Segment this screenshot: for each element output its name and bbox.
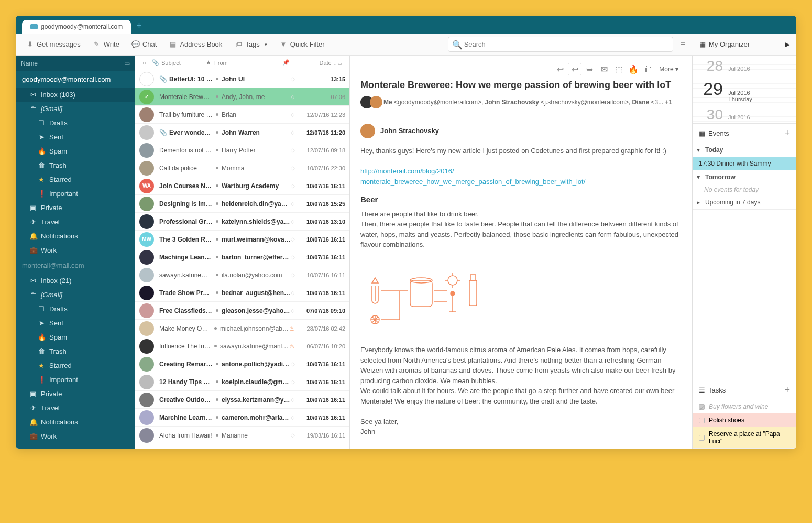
more-button[interactable]: More ▾	[656, 66, 682, 73]
message-row[interactable]: Free Classfieds Using Th...gleason.jesse…	[135, 302, 349, 320]
star-column-icon[interactable]: ○	[139, 60, 149, 66]
message-row[interactable]: Designing is importantheidenreich.din@ya…	[135, 195, 349, 213]
tasks-header[interactable]: ☰Tasks+	[693, 380, 796, 400]
sidebar-item[interactable]: 🗑Trash	[16, 158, 135, 172]
message-meta: Me <goodymoody@monterailcom>, John Strac…	[360, 96, 682, 108]
add-event-button[interactable]: +	[784, 128, 790, 139]
sidebar-item[interactable]: 🔥Spam	[16, 144, 135, 158]
search-input[interactable]	[448, 37, 673, 52]
message-row[interactable]: Creating Remarkable Po...antone.pollich@…	[135, 355, 349, 373]
message-date: 12/07/16 11:20	[297, 129, 345, 136]
sidebar-item[interactable]: ✉Inbox (21)	[16, 274, 135, 288]
message-row[interactable]: 📎Ever wondered abou...John Warren◇12/07/…	[135, 124, 349, 141]
message-row[interactable]: Make Money Online Thr...michael.johnsonn…	[135, 320, 349, 337]
message-row[interactable]: Professional Graphic De...katelynn.shiel…	[135, 213, 349, 231]
forward-button[interactable]: ➥	[583, 63, 596, 75]
message-row[interactable]: sawayn.katrine@manley...ila.nolan@yahoo.…	[135, 266, 349, 284]
pin-column-icon[interactable]: 📌	[279, 59, 293, 66]
events-today[interactable]: ▾Today	[693, 143, 796, 157]
event-item[interactable]: 17:30 Dinner with Sammy	[693, 157, 796, 170]
from-column[interactable]: From	[211, 60, 279, 66]
message-row[interactable]: Trail by furniture as...Brian◇12/07/16 1…	[135, 106, 349, 124]
sidebar-account[interactable]: monterail@mail.com	[16, 257, 135, 274]
archive-button[interactable]: ✉	[597, 63, 611, 75]
sidebar-item[interactable]: ✈Travel	[16, 401, 135, 415]
message-row[interactable]: Dementor is not that badHarry Potter◇12/…	[135, 141, 349, 159]
address-book-button[interactable]: ▤Address Book	[164, 37, 227, 51]
message-row[interactable]: Call da policeMomma◇10/07/16 22:30	[135, 159, 349, 177]
calendar-day[interactable]: 30Jul 2016	[693, 104, 796, 125]
message-row[interactable]: 12 Handy Tips For Gener...koelpin.claudi…	[135, 373, 349, 391]
events-header[interactable]: ▦Events+	[693, 124, 796, 143]
task-item[interactable]: ✓Buy flowers and wine	[693, 400, 796, 413]
sidebar-item[interactable]: 🔥Spam	[16, 330, 135, 344]
attach-column-icon[interactable]: 📎	[149, 59, 158, 66]
sidebar-item[interactable]: ❗Important	[16, 187, 135, 201]
sidebar-item[interactable]: 💼Work	[16, 243, 135, 257]
sidebar-item[interactable]: 🗑Trash	[16, 344, 135, 358]
task-item[interactable]: Reserve a place at "Papa Luci"	[693, 427, 796, 448]
sidebar-account[interactable]: goodymoody@monterail.com	[16, 71, 135, 88]
menu-button[interactable]: ≡	[675, 37, 690, 52]
sidebar-item[interactable]: 🗀[Gmail]	[16, 288, 135, 302]
subject-column[interactable]: Subject	[158, 60, 203, 66]
imp-icon: ❗	[38, 376, 45, 384]
sidebar-item[interactable]: 🔔Notifications	[16, 415, 135, 429]
sidebar-item[interactable]: ★Starred	[16, 172, 135, 187]
sidebar-item[interactable]: 💼Work	[16, 429, 135, 443]
sidebar-item[interactable]: 🔔Notifications	[16, 229, 135, 243]
junk-button[interactable]: ⬚	[612, 63, 626, 75]
message-row[interactable]: Aloha from Hawaii!Marianne◇19/03/16 16:1…	[135, 427, 349, 444]
calendar-day[interactable]: 28Jul 2016	[693, 56, 796, 77]
quick-filter-button[interactable]: ▼Quick Filter	[275, 37, 330, 51]
reply-button[interactable]: ↩	[553, 63, 567, 75]
calendar-day[interactable]: 29Jul 2016Thursday	[693, 77, 796, 104]
message-row[interactable]: ✓Monterale Breweree: H...Andy, John, me◇…	[135, 88, 349, 106]
add-task-button[interactable]: +	[784, 385, 790, 396]
message-from: Marianne	[222, 432, 291, 439]
flame-button[interactable]: 🔥	[627, 63, 640, 75]
sidebar-item[interactable]: 🗀[Gmail]	[16, 102, 135, 116]
message-subject: Join Courses Now!	[159, 182, 216, 190]
message-date: 12/07/16 09:18	[297, 147, 345, 154]
checkbox-icon[interactable]: ✓	[699, 404, 705, 410]
events-tomorrow[interactable]: ▾Tomorrow	[693, 170, 796, 184]
sidebar-item[interactable]: ▣Private	[16, 387, 135, 401]
message-row[interactable]: Marchine Learning is ...cameron.mohr@ari…	[135, 409, 349, 427]
chat-button[interactable]: 💬Chat	[127, 37, 162, 51]
message-row[interactable]: Influence The Influence...sawayn.katrine…	[135, 337, 349, 355]
sidebar-item[interactable]: ✉Inbox (103)	[16, 88, 135, 102]
delete-button[interactable]: 🗑	[641, 63, 655, 75]
status-dot	[216, 184, 218, 187]
tags-button[interactable]: 🏷Tags▾	[229, 37, 272, 51]
reply-preview[interactable]: Diane Woshynsky Hey, really nice article…	[360, 448, 682, 449]
sidebar-item[interactable]: ✈Travel	[16, 215, 135, 229]
task-item[interactable]: Polish shoes	[693, 413, 796, 427]
message-row[interactable]: WAJoin Courses Now!Wartburg Academy◇10/0…	[135, 177, 349, 195]
sidebar-item[interactable]: ❗Important	[16, 373, 135, 387]
events-upcoming[interactable]: ▸Upcoming in 7 days	[693, 195, 796, 209]
reply-all-button[interactable]: ↩	[568, 63, 581, 75]
sidebar-item[interactable]: ☐Drafts	[16, 116, 135, 130]
browser-tab[interactable]: goodymoody@monterail.com	[22, 20, 131, 34]
message-row[interactable]: Trade Show Promotionsbednar_august@hende…	[135, 284, 349, 302]
message-row[interactable]: Machinge Leaning is ...barton_turner@eff…	[135, 248, 349, 266]
get-messages-button[interactable]: ⬇Get messages	[21, 37, 86, 51]
card-icon[interactable]: ▭	[124, 60, 130, 67]
sidebar-item[interactable]: ★Starred	[16, 358, 135, 373]
sidebar-item[interactable]: ☐Drafts	[16, 302, 135, 316]
sidebar-item[interactable]: ➤Sent	[16, 130, 135, 144]
body-link[interactable]: http://monterail.com/blog/2016/ monteral…	[360, 167, 585, 186]
expand-icon[interactable]: ▶	[785, 40, 790, 48]
sidebar-item[interactable]: ▣Private	[16, 201, 135, 215]
message-row[interactable]: Creative Outdoor Adselyssa.kertzmann@yah…	[135, 391, 349, 409]
write-button[interactable]: ✎Write	[88, 37, 125, 51]
add-tab-button[interactable]: +	[131, 18, 147, 34]
status-column-icon[interactable]: ★	[203, 59, 211, 66]
date-column[interactable]: Date ⌄ ▭	[293, 60, 345, 66]
checkbox-icon[interactable]	[699, 418, 705, 423]
sidebar-item[interactable]: ➤Sent	[16, 316, 135, 330]
checkbox-icon[interactable]	[699, 435, 705, 441]
message-row[interactable]: MWThe 3 Golden Rules Proff...murl.weiman…	[135, 231, 349, 248]
message-row[interactable]: 📎BetterUI: 10 list...John UI◇13:15	[135, 70, 349, 88]
